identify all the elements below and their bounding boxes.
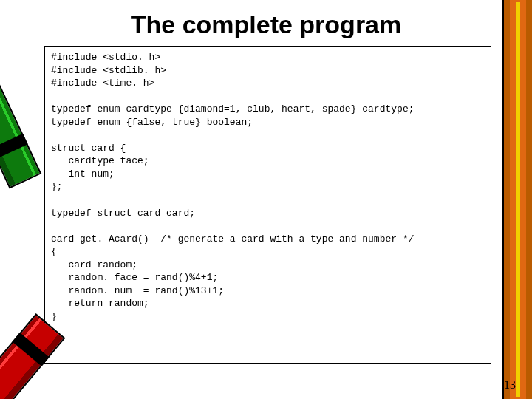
code-block: #include <stdio. h> #include <stdlib. h>… [44,46,491,364]
crayon-stripe-decoration [502,0,532,399]
slide-title: The complete program [0,0,532,47]
crayon-green-decoration [0,40,41,189]
slide: The complete program #include <stdio. h>… [0,0,532,399]
page-number: 13 [504,378,516,392]
